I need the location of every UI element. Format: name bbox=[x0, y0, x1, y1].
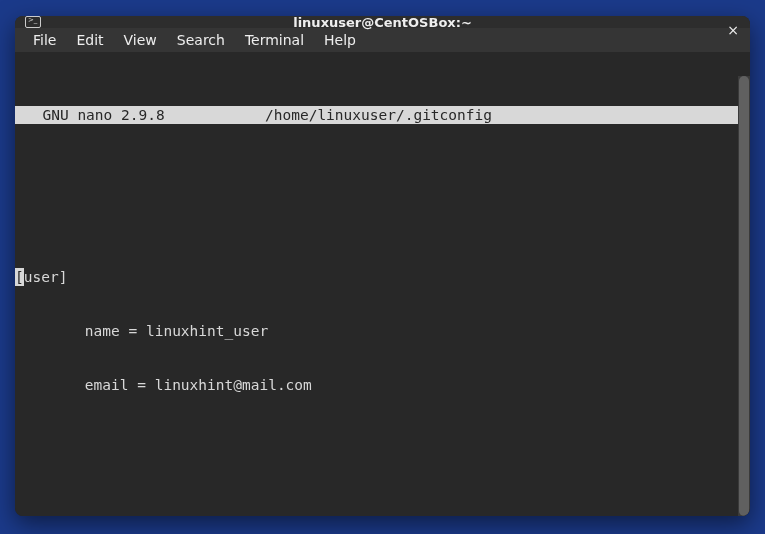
nano-filepath: /home/linuxuser/.gitconfig bbox=[265, 106, 492, 124]
terminal-window: linuxuser@CentOSBox:~ × File Edit View S… bbox=[15, 16, 750, 516]
terminal-viewport[interactable]: GNU nano 2.9.8 /home/linuxuser/.gitconfi… bbox=[15, 52, 750, 516]
menu-edit[interactable]: Edit bbox=[68, 28, 111, 52]
editor-line-2: name = linuxhint_user bbox=[15, 322, 750, 340]
editor-line-3: email = linuxhint@mail.com bbox=[15, 376, 750, 394]
menu-search[interactable]: Search bbox=[169, 28, 233, 52]
menubar: File Edit View Search Terminal Help bbox=[15, 28, 750, 52]
nano-version: GNU nano 2.9.8 bbox=[25, 106, 265, 124]
menu-help[interactable]: Help bbox=[316, 28, 364, 52]
window-title: linuxuser@CentOSBox:~ bbox=[15, 16, 750, 30]
menu-terminal[interactable]: Terminal bbox=[237, 28, 312, 52]
menu-file[interactable]: File bbox=[25, 28, 64, 52]
titlebar: linuxuser@CentOSBox:~ × bbox=[15, 16, 750, 28]
menu-view[interactable]: View bbox=[116, 28, 165, 52]
terminal-icon bbox=[25, 16, 41, 28]
scrollbar[interactable] bbox=[738, 76, 750, 516]
nano-header: GNU nano 2.9.8 /home/linuxuser/.gitconfi… bbox=[15, 106, 750, 124]
close-icon[interactable]: × bbox=[724, 22, 742, 40]
scrollbar-thumb[interactable] bbox=[739, 76, 749, 516]
nano-editor-body[interactable]: [user] name = linuxhint_user email = lin… bbox=[15, 178, 750, 516]
editor-line-1: [user] bbox=[15, 268, 750, 286]
cursor: [ bbox=[15, 268, 24, 286]
